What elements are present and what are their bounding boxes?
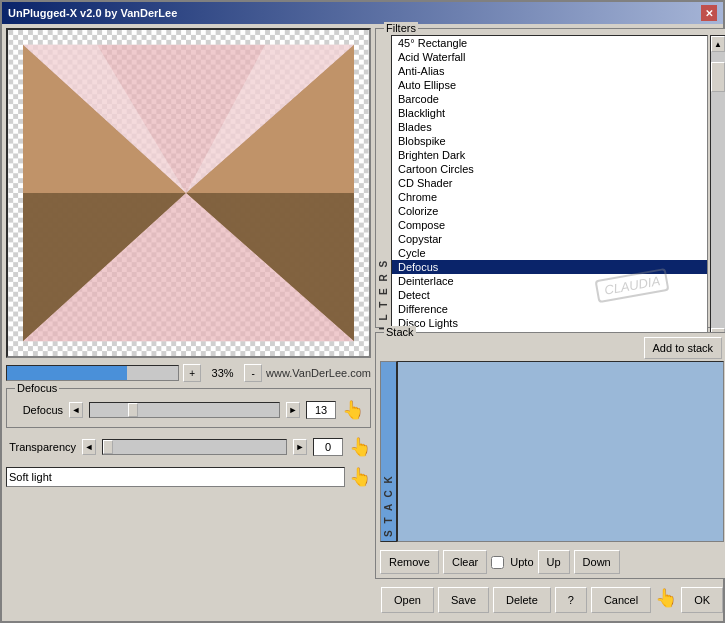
stack-group: Stack Add to stack S T A C K Remove Clea… [375,332,725,579]
defocus-group-label: Defocus [15,382,59,394]
defocus-row: Defocus ◄ ► 13 👆 [13,399,364,421]
filter-item[interactable]: Cartoon Circles [392,162,707,176]
progress-fill [7,366,127,380]
filter-item[interactable]: Difference [392,302,707,316]
down-btn[interactable]: Down [574,550,620,574]
left-panel: + 33% - www.VanDerLee.com Defocus Defocu… [6,28,371,617]
transparency-slider[interactable] [102,439,287,455]
close-button[interactable]: ✕ [701,5,717,21]
progress-bar-row: + 33% - www.VanDerLee.com [6,362,371,384]
blend-mode-row: Normal Multiply Screen Overlay Darken Li… [6,466,371,488]
stack-header: Add to stack [376,333,725,361]
main-window: UnPlugged-X v2.0 by VanDerLee ✕ [0,0,725,623]
zoom-in-button[interactable]: + [183,364,201,382]
filter-item[interactable]: 45° Rectangle [392,36,707,50]
filter-item[interactable]: Chrome [392,190,707,204]
defocus-right-arrow[interactable]: ► [286,402,300,418]
stack-buttons: Remove Clear Upto Up Down [376,546,725,578]
filter-item[interactable]: Colorize [392,204,707,218]
filter-item[interactable]: Cycle [392,246,707,260]
filters-list[interactable]: 45° RectangleAcid WaterfallAnti-AliasAut… [391,35,708,345]
filter-item[interactable]: Barcode [392,92,707,106]
filter-item[interactable]: Copystar [392,232,707,246]
transparency-right-arrow[interactable]: ► [293,439,307,455]
stack-group-label: Stack [384,326,416,338]
defocus-slider[interactable] [89,402,280,418]
up-btn[interactable]: Up [538,550,570,574]
preview-canvas [8,30,369,356]
scroll-thumb [711,62,725,92]
website-label: www.VanDerLee.com [266,367,371,379]
clear-btn[interactable]: Clear [443,550,487,574]
filter-item[interactable]: Blacklight [392,106,707,120]
progress-bar [6,365,179,381]
defocus-left-arrow[interactable]: ◄ [69,402,83,418]
transparency-left-arrow[interactable]: ◄ [82,439,96,455]
filter-item[interactable]: CD Shader [392,176,707,190]
cancel-btn[interactable]: Cancel [591,587,651,613]
defocus-group: Defocus Defocus ◄ ► 13 👆 [6,388,371,428]
filter-item[interactable]: Disco Lights [392,316,707,330]
window-title: UnPlugged-X v2.0 by VanDerLee [8,7,177,19]
main-content: + 33% - www.VanDerLee.com Defocus Defocu… [2,24,723,621]
right-panel: Filters F I L T E R S 45° RectangleAcid … [375,28,725,617]
zoom-out-button[interactable]: - [244,364,262,382]
defocus-value: 13 [306,401,336,419]
stack-side-label: S T A C K [380,361,397,542]
bottom-buttons: Open Save Delete ? Cancel 👆 OK [375,583,725,617]
transparency-thumb [103,440,113,454]
filters-side-label: F I L T E R S [376,33,391,347]
preview-area [6,28,371,358]
filter-item[interactable]: Brighten Dark [392,148,707,162]
transparency-hand-icon: 👆 [349,436,371,458]
save-btn[interactable]: Save [438,587,489,613]
question-btn[interactable]: ? [555,587,587,613]
upto-row: Upto [491,550,533,574]
ok-btn[interactable]: OK [681,587,723,613]
upto-label: Upto [510,556,533,568]
transparency-value: 0 [313,438,343,456]
upto-checkbox[interactable] [491,556,504,569]
stack-content: S T A C K [380,361,724,542]
filters-list-wrapper: 45° RectangleAcid WaterfallAnti-AliasAut… [391,33,710,347]
add-to-stack-btn[interactable]: Add to stack [644,337,723,359]
defocus-label: Defocus [13,404,63,416]
open-btn[interactable]: Open [381,587,434,613]
transparency-label: Transparency [6,441,76,453]
filters-container: F I L T E R S 45° RectangleAcid Waterfal… [376,33,725,347]
remove-btn[interactable]: Remove [380,550,439,574]
filter-item[interactable]: Anti-Alias [392,64,707,78]
blend-hand-icon: 👆 [349,466,371,488]
title-bar: UnPlugged-X v2.0 by VanDerLee ✕ [2,2,723,24]
blend-mode-wrapper: Normal Multiply Screen Overlay Darken Li… [6,467,345,487]
delete-btn[interactable]: Delete [493,587,551,613]
cancel-hand-icon: 👆 [655,587,677,613]
filters-scrollbar[interactable]: ▲ ▼ [710,35,725,345]
filter-item[interactable]: Compose [392,218,707,232]
transparency-row: Transparency ◄ ► 0 👆 [6,436,371,458]
zoom-level: 33% [205,367,240,379]
filter-item[interactable]: Blobspike [392,134,707,148]
filters-group: Filters F I L T E R S 45° RectangleAcid … [375,28,725,328]
defocus-thumb [128,403,138,417]
scroll-track [711,52,725,328]
filter-item[interactable]: Acid Waterfall [392,50,707,64]
blend-mode-select[interactable]: Normal Multiply Screen Overlay Darken Li… [6,467,345,487]
defocus-hand-icon: 👆 [342,399,364,421]
filter-item[interactable]: Auto Ellipse [392,78,707,92]
scroll-up-btn[interactable]: ▲ [711,36,725,52]
filter-item[interactable]: Blades [392,120,707,134]
stack-list [397,361,724,542]
